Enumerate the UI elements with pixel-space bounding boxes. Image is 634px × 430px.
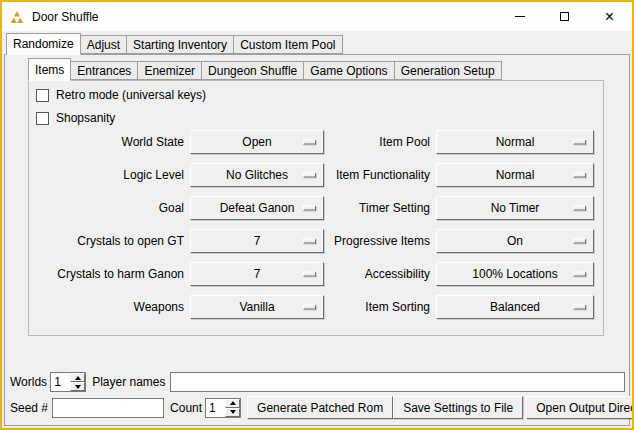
player-names-label: Player names: [92, 375, 165, 389]
spin-down-button[interactable]: [225, 408, 240, 417]
world-state-dropdown[interactable]: Open: [190, 130, 324, 154]
maximize-icon: [560, 12, 569, 21]
save-settings-button[interactable]: Save Settings to File: [393, 396, 523, 419]
item-pool-dropdown[interactable]: Normal: [436, 130, 594, 154]
accessibility-label: Accessibility: [330, 267, 430, 281]
inner-tab-bar: Items Entrances Enemizer Dungeon Shuffle…: [28, 58, 502, 81]
window: Door Shuffle × Randomize Adjust Starting…: [0, 0, 634, 430]
titlebar: Door Shuffle ×: [2, 2, 632, 31]
maximize-button[interactable]: [542, 2, 587, 31]
menubutton-indicator-icon: [573, 272, 586, 277]
arrow-up-icon: [75, 376, 81, 380]
worlds-value: 1: [51, 373, 70, 391]
count-label: Count: [170, 401, 202, 415]
menubutton-indicator-icon: [573, 239, 586, 244]
tab-enemizer[interactable]: Enemizer: [137, 61, 202, 80]
menubutton-indicator-icon: [303, 239, 316, 244]
checkbox-icon: [36, 112, 49, 125]
crystals-open-gt-label: Crystals to open GT: [32, 234, 184, 248]
tab-starting-inventory[interactable]: Starting Inventory: [126, 35, 234, 54]
spin-arrows: [225, 399, 240, 417]
crystals-harm-ganon-value: 7: [254, 267, 261, 281]
goal-dropdown[interactable]: Defeat Ganon: [190, 196, 324, 220]
menubutton-indicator-icon: [303, 173, 316, 178]
item-sorting-value: Balanced: [490, 300, 540, 314]
outer-tab-bar: Randomize Adjust Starting Inventory Cust…: [6, 33, 343, 55]
spin-up-button[interactable]: [225, 399, 240, 408]
retro-mode-checkbox[interactable]: Retro mode (universal keys): [36, 87, 206, 103]
shopsanity-checkbox[interactable]: Shopsanity: [36, 110, 115, 126]
tab-randomize[interactable]: Randomize: [6, 33, 81, 55]
logic-level-label: Logic Level: [32, 168, 184, 182]
item-functionality-value: Normal: [496, 168, 535, 182]
progressive-items-dropdown[interactable]: On: [436, 229, 594, 253]
minimize-icon: [515, 16, 525, 17]
items-page: Retro mode (universal keys) Shopsanity W…: [28, 80, 604, 336]
logic-level-value: No Glitches: [226, 168, 288, 182]
seed-label: Seed #: [10, 401, 48, 415]
arrow-up-icon: [230, 401, 236, 405]
worlds-spinbox[interactable]: 1: [50, 372, 86, 392]
accessibility-value: 100% Locations: [472, 267, 557, 281]
tab-game-options[interactable]: Game Options: [303, 61, 394, 80]
menubutton-indicator-icon: [303, 272, 316, 277]
close-button[interactable]: ×: [587, 2, 632, 31]
menubutton-indicator-icon: [303, 206, 316, 211]
world-state-label: World State: [32, 135, 184, 149]
goal-value: Defeat Ganon: [220, 201, 295, 215]
tab-adjust[interactable]: Adjust: [80, 35, 127, 54]
menubutton-indicator-icon: [303, 140, 316, 145]
generate-patched-rom-button[interactable]: Generate Patched Rom: [247, 396, 393, 419]
spin-arrows: [70, 373, 85, 391]
close-icon: ×: [605, 9, 614, 25]
shopsanity-label: Shopsanity: [56, 111, 115, 125]
menubutton-indicator-icon: [573, 140, 586, 145]
crystals-open-gt-dropdown[interactable]: 7: [190, 229, 324, 253]
spin-up-button[interactable]: [70, 373, 85, 382]
player-names-input[interactable]: [170, 372, 626, 392]
seed-input[interactable]: [52, 398, 164, 418]
tab-custom-item-pool[interactable]: Custom Item Pool: [233, 35, 342, 54]
goal-label: Goal: [32, 201, 184, 215]
item-functionality-dropdown[interactable]: Normal: [436, 163, 594, 187]
crystals-harm-ganon-dropdown[interactable]: 7: [190, 262, 324, 286]
menubutton-indicator-icon: [573, 305, 586, 310]
app-icon: [9, 9, 25, 25]
timer-setting-label: Timer Setting: [330, 201, 430, 215]
randomize-page: Items Entrances Enemizer Dungeon Shuffle…: [4, 54, 630, 426]
menubutton-indicator-icon: [303, 305, 316, 310]
item-sorting-label: Item Sorting: [330, 300, 430, 314]
count-spinbox[interactable]: 1: [205, 398, 241, 418]
window-controls: ×: [497, 2, 632, 31]
window-title: Door Shuffle: [32, 10, 99, 24]
crystals-open-gt-value: 7: [254, 234, 261, 248]
crystals-harm-ganon-label: Crystals to harm Ganon: [32, 267, 184, 281]
options-grid: World State Open Item Pool Normal Logic …: [32, 130, 594, 319]
item-pool-value: Normal: [496, 135, 535, 149]
retro-mode-label: Retro mode (universal keys): [56, 88, 206, 102]
menubutton-indicator-icon: [573, 173, 586, 178]
spin-down-button[interactable]: [70, 382, 85, 391]
item-functionality-label: Item Functionality: [330, 168, 430, 182]
timer-setting-dropdown[interactable]: No Timer: [436, 196, 594, 220]
world-state-value: Open: [242, 135, 271, 149]
minimize-button[interactable]: [497, 2, 542, 31]
item-sorting-dropdown[interactable]: Balanced: [436, 295, 594, 319]
accessibility-dropdown[interactable]: 100% Locations: [436, 262, 594, 286]
multiworld-row: Worlds 1 Player names: [10, 371, 625, 393]
seed-row: Seed # Count 1 Generate Patched Rom Save…: [10, 396, 625, 419]
timer-setting-value: No Timer: [491, 201, 540, 215]
count-value: 1: [206, 399, 225, 417]
logic-level-dropdown[interactable]: No Glitches: [190, 163, 324, 187]
open-output-directory-button[interactable]: Open Output Directory: [526, 396, 634, 419]
weapons-dropdown[interactable]: Vanilla: [190, 295, 324, 319]
tab-entrances[interactable]: Entrances: [70, 61, 138, 80]
checkbox-icon: [36, 89, 49, 102]
worlds-label: Worlds: [10, 375, 47, 389]
progressive-items-value: On: [507, 234, 523, 248]
tab-items[interactable]: Items: [28, 58, 71, 81]
arrow-down-icon: [230, 410, 236, 414]
arrow-down-icon: [75, 385, 81, 389]
tab-generation-setup[interactable]: Generation Setup: [394, 61, 502, 80]
tab-dungeon-shuffle[interactable]: Dungeon Shuffle: [201, 61, 304, 80]
